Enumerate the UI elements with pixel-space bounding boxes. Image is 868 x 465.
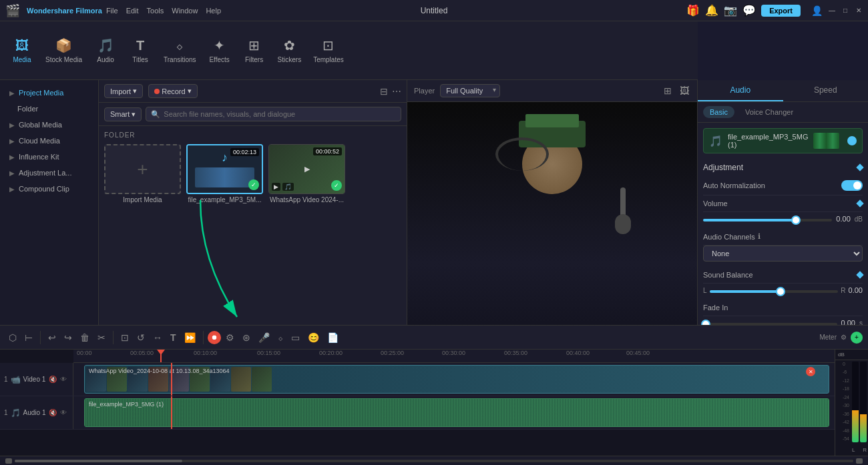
balance-slider-track[interactable]: [710, 290, 839, 293]
video-thumb-9: [252, 367, 272, 392]
volume-value: 0.00: [836, 215, 850, 223]
chat-icon[interactable]: 💬: [742, 4, 756, 17]
nav-cloud-media[interactable]: ▶ Cloud Media: [4, 133, 94, 148]
audio-media-item[interactable]: ♪ 00:02:13 ✓ file_example_MP3_5M...: [186, 144, 263, 203]
sound-balance-label: Sound Balance: [703, 271, 753, 279]
redo-button[interactable]: ↪: [61, 331, 75, 344]
tab-speed[interactable]: Speed: [783, 80, 869, 101]
timeline-zoom-right[interactable]: [856, 458, 863, 464]
split-button[interactable]: ✂: [94, 331, 109, 344]
nav-compound-arrow-icon: ▶: [9, 185, 15, 193]
select-tool-button[interactable]: ⬡: [5, 331, 20, 344]
nav-global-media[interactable]: ▶ Global Media: [4, 117, 94, 132]
ripple-tool-button[interactable]: ⊢: [21, 331, 36, 344]
quality-select[interactable]: Full Quality 1/2 Quality 1/4 Quality: [440, 84, 500, 97]
toolbar-audio[interactable]: 🎵 Audio: [89, 33, 122, 67]
video-lock-button[interactable]: 👁: [59, 375, 67, 384]
delete-button[interactable]: 🗑: [77, 331, 93, 344]
toolbar-transitions[interactable]: ⬦ Transitions: [158, 34, 202, 67]
toolbar-effects[interactable]: ✦ Effects: [203, 33, 236, 67]
auto-normalization-toggle[interactable]: [841, 180, 863, 191]
timeline-zoom-left[interactable]: [5, 458, 12, 464]
import-media-item[interactable]: + Import Media: [104, 144, 181, 203]
menu-help[interactable]: Help: [206, 7, 221, 15]
close-button[interactable]: ✕: [855, 7, 863, 15]
volume-slider-track[interactable]: [703, 219, 832, 221]
audio-track-clips: file_example_MP3_5MG (1): [73, 396, 835, 429]
audio-file-icon: 🎵: [709, 135, 722, 147]
minimize-button[interactable]: —: [828, 7, 836, 15]
adjustment-diamond-icon[interactable]: [856, 163, 863, 171]
tab-audio[interactable]: Audio: [698, 80, 783, 101]
audio-file-radio[interactable]: [847, 136, 857, 145]
audio-channels-info-icon[interactable]: ℹ: [758, 232, 761, 241]
balance-slider-thumb[interactable]: [776, 287, 785, 296]
record-button[interactable]: Record ▾: [148, 84, 197, 98]
add-track-button[interactable]: +: [851, 332, 863, 344]
undo-button[interactable]: ↩: [45, 331, 59, 344]
nav-compound-clip[interactable]: ▶ Compound Clip: [4, 181, 94, 196]
gift-icon[interactable]: 🎁: [686, 4, 700, 17]
meter-settings-icon[interactable]: ⚙: [841, 334, 847, 341]
folder-label: FOLDER: [104, 131, 401, 139]
subtitle-button[interactable]: ▭: [288, 331, 303, 344]
maximize-button[interactable]: □: [841, 7, 849, 15]
screenshot-icon[interactable]: 📷: [724, 4, 737, 17]
subtab-basic[interactable]: Basic: [703, 106, 734, 118]
nav-influence-kit[interactable]: ▶ Influence Kit: [4, 149, 94, 164]
menu-tools[interactable]: Tools: [147, 7, 164, 15]
transition-timeline-button[interactable]: ⬦: [274, 331, 286, 344]
mask-button[interactable]: ⊛: [239, 331, 254, 344]
toolbar-titles[interactable]: T Titles: [124, 34, 157, 67]
player-label: Player: [414, 87, 435, 95]
filter-icon[interactable]: ⊟: [380, 86, 388, 97]
audio-mute-button[interactable]: 🔇: [48, 408, 57, 417]
template-timeline-button[interactable]: 📄: [324, 331, 342, 344]
rotate-button[interactable]: ↺: [134, 331, 148, 344]
toolbar-media[interactable]: 🖼 Media: [5, 34, 39, 67]
sticker-timeline-button[interactable]: 😊: [304, 331, 322, 344]
toolbar-stickers[interactable]: ✿ Stickers: [272, 33, 307, 67]
audio-channels-select[interactable]: None Stereo Mono: [703, 246, 863, 262]
crop-button[interactable]: ⊡: [118, 331, 132, 344]
menu-edit[interactable]: Edit: [126, 7, 139, 15]
record-timeline-button[interactable]: ⏺: [208, 331, 221, 344]
timeline-scroll-track[interactable]: [15, 460, 853, 462]
toolbar-templates[interactable]: ⊡ Templates: [308, 33, 349, 67]
text-button[interactable]: T: [167, 331, 180, 344]
export-button[interactable]: Export: [761, 5, 801, 17]
voiceover-button[interactable]: 🎤: [255, 331, 273, 344]
smart-filter-button[interactable]: Smart ▾: [104, 107, 142, 121]
nav-folder[interactable]: Folder: [4, 101, 94, 116]
video-clip-content: WhatsApp Video_2024-10-08 at 10.13.08_34…: [85, 366, 829, 393]
import-button[interactable]: Import ▾: [104, 84, 143, 98]
volume-diamond-icon[interactable]: [856, 199, 863, 207]
nav-project-media[interactable]: ▶ Project Media: [4, 85, 94, 100]
more-options-icon[interactable]: ⋯: [392, 86, 401, 97]
volume-slider-thumb[interactable]: [791, 215, 801, 225]
flip-button[interactable]: ↔: [150, 331, 166, 344]
video-clip-delete[interactable]: ✕: [806, 367, 815, 376]
menu-window[interactable]: Window: [172, 7, 198, 15]
toolbar-filters[interactable]: ⊞ Filters: [238, 33, 271, 67]
nav-adjustment-layers[interactable]: ▶ Adjustment La...: [4, 165, 94, 180]
audio-visibility-button[interactable]: 👁: [59, 408, 67, 417]
audio-clip[interactable]: file_example_MP3_5MG (1): [84, 398, 829, 427]
subtab-voice-changer[interactable]: Voice Changer: [738, 106, 800, 118]
menu-file[interactable]: File: [106, 7, 118, 15]
speed-button[interactable]: ⏩: [181, 331, 199, 344]
search-input[interactable]: [146, 107, 401, 121]
meter-lr-labels: L R: [851, 447, 868, 453]
avatar-icon[interactable]: 👤: [811, 5, 823, 16]
notification-icon[interactable]: 🔔: [705, 4, 718, 17]
sound-balance-diamond-icon[interactable]: [856, 271, 863, 278]
preview-snapshot-icon[interactable]: 🖼: [678, 84, 690, 97]
effects-timeline-button[interactable]: ⚙: [222, 331, 238, 344]
video-media-item[interactable]: ▶ 00:00:52 ▶ 🎵 ✓ WhatsApp Video 2024-...: [268, 144, 345, 203]
preview-grid-icon[interactable]: ⊞: [662, 84, 673, 97]
templates-icon: ⊡: [322, 37, 334, 53]
video-mute-button[interactable]: 🔇: [48, 375, 57, 384]
ruler-mark-0: 00:00: [77, 350, 92, 356]
video-clip[interactable]: WhatsApp Video_2024-10-08 at 10.13.08_34…: [84, 365, 829, 394]
toolbar-stock-media[interactable]: 📦 Stock Media: [40, 33, 87, 67]
